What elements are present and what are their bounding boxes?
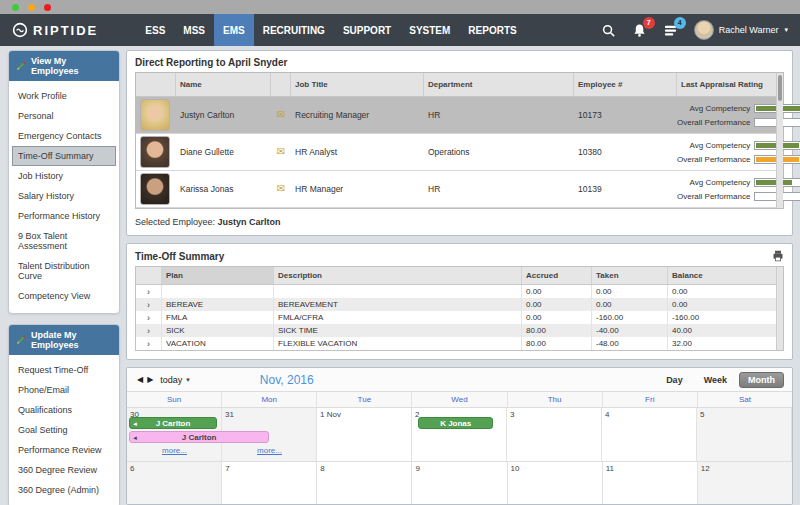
row-expand-icon[interactable]: › <box>136 324 162 337</box>
window-dot-orange[interactable] <box>28 4 35 11</box>
timeoff-row: ›SICKSICK TIME80.00-40.0040.00 <box>136 324 783 337</box>
window-dot-green[interactable] <box>12 4 19 11</box>
employee-row[interactable]: Diane Gullette✉HR AnalystOperations10380… <box>136 134 783 171</box>
nav-item-system[interactable]: SYSTEM <box>400 14 459 46</box>
window-dot-red[interactable] <box>44 4 51 11</box>
nav-item-ems[interactable]: EMS <box>214 14 254 46</box>
nav-menu: ESSMSSEMSRECRUITINGSUPPORTSYSTEMREPORTS <box>136 14 525 46</box>
top-navbar: RIPTIDE ESSMSSEMSRECRUITINGSUPPORTSYSTEM… <box>0 14 800 46</box>
print-icon[interactable] <box>772 250 784 262</box>
direct-reports-panel: Direct Reporting to April Snyder NameJob… <box>126 50 793 236</box>
sidebar-item-goal-setting[interactable]: Goal Setting <box>9 420 119 440</box>
employee-row[interactable]: Karissa Jonas✉HR ManagerHR10139Avg Compe… <box>136 171 783 208</box>
more-events-link[interactable]: more... <box>222 446 317 455</box>
timeoff-plan <box>162 285 274 298</box>
continues-left-icon: ◄ <box>132 421 138 427</box>
calendar-prev-icon[interactable]: ◀ <box>135 375 145 384</box>
sidebar-item-qualifications[interactable]: Qualifications <box>9 400 119 420</box>
calendar-day-cell[interactable]: 11 <box>603 462 698 505</box>
sidebar-item-9-box-talent-assessment[interactable]: 9 Box Talent Assessment <box>9 226 119 256</box>
timeoff-accrued: 80.00 <box>522 324 592 337</box>
sidebar-item-personal[interactable]: Personal <box>9 106 119 126</box>
calendar-day-cell[interactable]: 9 <box>412 462 507 505</box>
chevron-down-icon: ▾ <box>186 376 190 384</box>
sidebar-item-performance-history[interactable]: Performance History <box>9 206 119 226</box>
search-icon[interactable] <box>601 23 616 38</box>
sidebar-item-phone-email[interactable]: Phone/Email <box>9 380 119 400</box>
timeoff-scrollbar[interactable] <box>776 267 783 350</box>
sidebar-item-competency-view[interactable]: Competency View <box>9 286 119 306</box>
nav-item-support[interactable]: SUPPORT <box>334 14 400 46</box>
day-header-wed: Wed <box>412 392 507 407</box>
row-expand-icon[interactable]: › <box>136 285 162 298</box>
timeoff-balance: 32.00 <box>668 337 783 350</box>
calendar-day-cell[interactable]: 2 <box>412 408 507 461</box>
nav-item-mss[interactable]: MSS <box>174 14 214 46</box>
employee-row[interactable]: Justyn Carlton✉Recruiting ManagerHR10173… <box>136 97 783 134</box>
notifications-bell-icon[interactable]: 7 <box>632 23 647 38</box>
nav-item-recruiting[interactable]: RECRUITING <box>254 14 334 46</box>
calendar-view-day[interactable]: Day <box>657 372 692 388</box>
selected-employee-line: Selected Employee: Justyn Carlton <box>127 209 792 235</box>
calendar-day-cell[interactable]: 3 <box>507 408 602 461</box>
envelope-icon[interactable]: ✉ <box>271 184 291 194</box>
employees-scrollbar-thumb[interactable] <box>778 75 782 101</box>
sidebar-item-request-time-off[interactable]: Request Time-Off <box>9 360 119 380</box>
sidebar-item-talent-distribution-curve[interactable]: Talent Distribution Curve <box>9 256 119 286</box>
queue-stack-icon[interactable]: 4 <box>663 23 678 38</box>
row-expand-icon[interactable]: › <box>136 311 162 324</box>
calendar-day-cell[interactable]: 10 <box>508 462 603 505</box>
sidebar-item-job-history[interactable]: Job History <box>9 166 119 186</box>
calendar-next-icon[interactable]: ▶ <box>145 375 155 384</box>
employee-name: Justyn Carlton <box>176 110 271 120</box>
calendar-day-cell[interactable]: 6 <box>127 462 222 505</box>
timeoff-balance: 40.00 <box>668 324 783 337</box>
sidebar-item-time-off-summary[interactable]: Time-Off Summary <box>12 146 116 166</box>
sidebar-item-360-degree-admin-[interactable]: 360 Degree (Admin) <box>9 480 119 500</box>
timeoff-taken: -40.00 <box>592 324 668 337</box>
envelope-icon[interactable]: ✉ <box>271 147 291 157</box>
sidebar-item-performance-review[interactable]: Performance Review <box>9 440 119 460</box>
row-expand-icon[interactable]: › <box>136 337 162 350</box>
employees-table-body: Justyn Carlton✉Recruiting ManagerHR10173… <box>136 97 783 208</box>
sidebar-item-work-profile[interactable]: Work Profile <box>9 86 119 106</box>
sidebar-item-emergency-contacts[interactable]: Emergency Contacts <box>9 126 119 146</box>
calendar-date-number: 4 <box>605 410 609 419</box>
sidebar-section-header[interactable]: View My Employees <box>9 51 119 81</box>
calendar-day-cell[interactable]: 12 <box>698 462 792 505</box>
calendar-view-week[interactable]: Week <box>695 372 736 388</box>
timeoff-description <box>274 285 522 298</box>
calendar-day-cell[interactable]: 8 <box>317 462 412 505</box>
app-logo[interactable]: RIPTIDE <box>12 22 98 38</box>
row-expand-icon[interactable]: › <box>136 298 162 311</box>
calendar-day-cell[interactable]: 7 <box>222 462 317 505</box>
timeoff-row: ›VACATIONFLEXIBLE VACATION80.00-48.0032.… <box>136 337 783 350</box>
calendar-event[interactable]: K Jonas <box>418 417 493 429</box>
user-menu[interactable]: Rachel Warner ▾ <box>694 20 788 40</box>
timeoff-col-header: Taken <box>592 267 668 284</box>
employees-scrollbar[interactable] <box>776 73 783 208</box>
calendar-today-button[interactable]: today ▾ <box>160 375 190 385</box>
day-header-tue: Tue <box>317 392 412 407</box>
sidebar-section-header[interactable]: Update My Employees <box>9 325 119 355</box>
more-events-link[interactable]: more... <box>127 446 222 455</box>
user-avatar <box>694 20 714 40</box>
calendar-event[interactable]: ◄J Carlton <box>129 417 217 429</box>
direct-reports-title: Direct Reporting to April Snyder <box>135 57 287 68</box>
calendar-event-label: J Carlton <box>156 419 191 428</box>
sidebar-item-360-degree-review[interactable]: 360 Degree Review <box>9 460 119 480</box>
calendar-day-cell[interactable]: 1 Nov <box>317 408 412 461</box>
sidebar-item-salary-history[interactable]: Salary History <box>9 186 119 206</box>
calendar-day-cell[interactable]: 5 <box>697 408 792 461</box>
timeoff-plan: SICK <box>162 324 274 337</box>
timeoff-taken: 0.00 <box>592 298 668 311</box>
timeoff-col-header: Description <box>274 267 522 284</box>
calendar-event[interactable]: ◄J Carlton <box>129 431 269 443</box>
calendar-day-cell[interactable]: 4 <box>602 408 697 461</box>
nav-item-reports[interactable]: REPORTS <box>459 14 525 46</box>
calendar-view-month[interactable]: Month <box>739 372 784 388</box>
calendar-date-number: 3 <box>510 410 514 419</box>
day-header-fri: Fri <box>603 392 698 407</box>
envelope-icon[interactable]: ✉ <box>271 110 291 120</box>
nav-item-ess[interactable]: ESS <box>136 14 174 46</box>
